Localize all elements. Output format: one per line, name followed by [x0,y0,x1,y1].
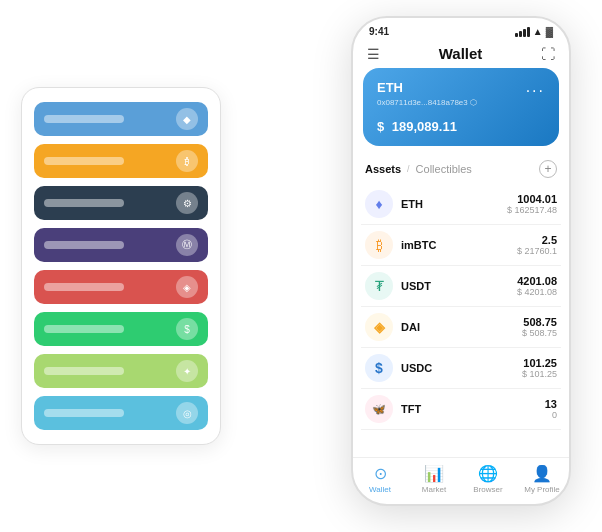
card-line [44,325,124,333]
asset-item-tft[interactable]: 🦋 TFT 13 0 [361,389,561,430]
asset-item-dai[interactable]: ◈ DAI 508.75 $ 508.75 [361,307,561,348]
menu-icon[interactable]: ☰ [367,46,380,62]
dai-values: 508.75 $ 508.75 [522,316,557,338]
add-asset-button[interactable]: + [539,160,557,178]
phone-frame: 9:41 ▲ ▓ ☰ Wallet ⛶ ETH ... [351,16,571,506]
nav-wallet[interactable]: ⊙ Wallet [353,464,407,494]
usdc-values: 101.25 $ 101.25 [522,357,557,379]
battery-icon: ▓ [546,26,553,37]
tft-values: 13 0 [545,398,557,420]
card-line [44,157,124,165]
page-title: Wallet [439,45,483,62]
scene: ◆ ₿ ⚙ Ⓜ ◈ $ ✦ ◎ [21,16,581,516]
eth-name: ETH [401,198,507,210]
nav-browser[interactable]: 🌐 Browser [461,464,515,494]
stack-card-4[interactable]: Ⓜ [34,228,208,262]
tab-assets[interactable]: Assets [365,163,401,175]
eth-label: ETH [377,80,403,95]
usdt-values: 4201.08 $ 4201.08 [517,275,557,297]
eth-card-top: ETH ... [377,78,545,96]
dai-usd: $ 508.75 [522,328,557,338]
card-icon: Ⓜ [176,234,198,256]
profile-nav-label: My Profile [524,485,560,494]
eth-values: 1004.01 $ 162517.48 [507,193,557,215]
card-line [44,241,124,249]
expand-icon[interactable]: ⛶ [541,46,555,62]
dai-amount: 508.75 [522,316,557,328]
card-icon: ◈ [176,276,198,298]
asset-list: ♦ ETH 1004.01 $ 162517.48 ₿ imBTC 2.5 $ … [353,184,569,457]
browser-nav-label: Browser [473,485,502,494]
stack-card-7[interactable]: ✦ [34,354,208,388]
asset-item-imbtc[interactable]: ₿ imBTC 2.5 $ 21760.1 [361,225,561,266]
assets-tabs: Assets / Collectibles [365,163,472,175]
usdt-amount: 4201.08 [517,275,557,287]
eth-usd: $ 162517.48 [507,205,557,215]
stack-card-5[interactable]: ◈ [34,270,208,304]
stack-card-6[interactable]: $ [34,312,208,346]
card-line [44,115,124,123]
usdt-icon: ₮ [365,272,393,300]
stack-card-2[interactable]: ₿ [34,144,208,178]
browser-nav-icon: 🌐 [478,464,498,483]
eth-icon: ♦ [365,190,393,218]
nav-market[interactable]: 📊 Market [407,464,461,494]
signal-icon [515,27,530,37]
dai-name: DAI [401,321,522,333]
usdc-amount: 101.25 [522,357,557,369]
asset-item-eth[interactable]: ♦ ETH 1004.01 $ 162517.48 [361,184,561,225]
market-nav-label: Market [422,485,446,494]
usdc-usd: $ 101.25 [522,369,557,379]
dai-icon: ◈ [365,313,393,341]
usdc-name: USDC [401,362,522,374]
card-line [44,283,124,291]
wifi-icon: ▲ [533,26,543,37]
tft-icon: 🦋 [365,395,393,423]
stack-card-3[interactable]: ⚙ [34,186,208,220]
tft-name: TFT [401,403,545,415]
stack-card-1[interactable]: ◆ [34,102,208,136]
nav-profile[interactable]: 👤 My Profile [515,464,569,494]
tft-amount: 13 [545,398,557,410]
tab-collectibles[interactable]: Collectibles [416,163,472,175]
card-line [44,409,124,417]
wallet-nav-label: Wallet [369,485,391,494]
top-nav: ☰ Wallet ⛶ [353,41,569,68]
wallet-nav-icon: ⊙ [374,464,387,483]
usdt-usd: $ 4201.08 [517,287,557,297]
card-line [44,367,124,375]
imbtc-name: imBTC [401,239,517,251]
card-icon: ◆ [176,108,198,130]
status-icons: ▲ ▓ [515,26,553,37]
status-time: 9:41 [369,26,389,37]
card-icon: ₿ [176,150,198,172]
eth-card[interactable]: ETH ... 0x08711d3e...8418a78e3 ⬡ $ 189,0… [363,68,559,146]
bottom-nav: ⊙ Wallet 📊 Market 🌐 Browser 👤 My Profile [353,457,569,504]
status-bar: 9:41 ▲ ▓ [353,18,569,41]
imbtc-amount: 2.5 [517,234,557,246]
card-line [44,199,124,207]
stack-card-8[interactable]: ◎ [34,396,208,430]
card-icon: ⚙ [176,192,198,214]
eth-menu-dots[interactable]: ... [526,78,545,96]
assets-header: Assets / Collectibles + [353,156,569,184]
market-nav-icon: 📊 [424,464,444,483]
imbtc-usd: $ 21760.1 [517,246,557,256]
card-icon: ✦ [176,360,198,382]
imbtc-values: 2.5 $ 21760.1 [517,234,557,256]
asset-item-usdt[interactable]: ₮ USDT 4201.08 $ 4201.08 [361,266,561,307]
eth-amount: 1004.01 [507,193,557,205]
tft-usd: 0 [545,410,557,420]
eth-balance: $ 189,089.11 [377,113,545,136]
card-icon: $ [176,318,198,340]
usdt-name: USDT [401,280,517,292]
balance-amount: 189,089.11 [392,119,457,134]
usdc-icon: $ [365,354,393,382]
tab-divider: / [407,164,410,174]
eth-address: 0x08711d3e...8418a78e3 ⬡ [377,98,545,107]
asset-item-usdc[interactable]: $ USDC 101.25 $ 101.25 [361,348,561,389]
card-icon: ◎ [176,402,198,424]
imbtc-icon: ₿ [365,231,393,259]
profile-nav-icon: 👤 [532,464,552,483]
card-stack: ◆ ₿ ⚙ Ⓜ ◈ $ ✦ ◎ [21,87,221,445]
